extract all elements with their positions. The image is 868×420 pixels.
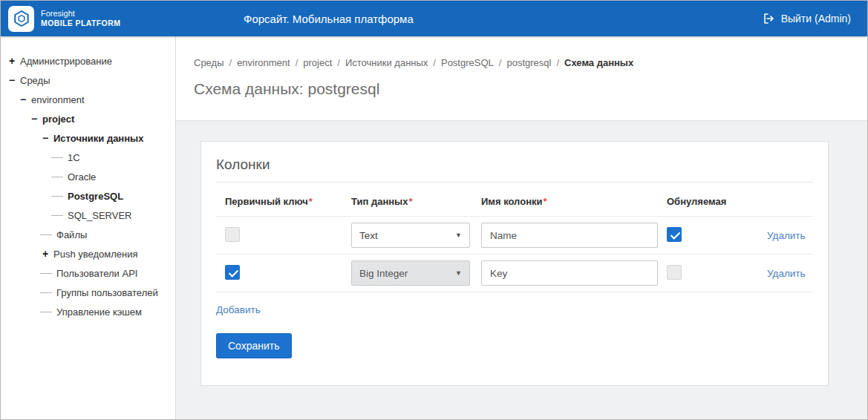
required-asterisk: * — [309, 196, 313, 207]
sidebar-item-label: Группы пользователей — [56, 287, 158, 298]
required-asterisk: * — [544, 196, 547, 207]
required-asterisk: * — [408, 196, 412, 207]
sidebar-item-oracle[interactable]: Oracle — [1, 167, 175, 186]
foresight-logo-icon — [8, 6, 34, 32]
sidebar-item-label: Oracle — [68, 171, 96, 183]
nullable-checkbox[interactable] — [667, 227, 682, 242]
logout-label: Выйти (Admin) — [781, 13, 851, 24]
tree-connector-line — [51, 215, 63, 216]
primary-key-checkbox[interactable] — [225, 265, 240, 280]
sidebar-item-postgresql[interactable]: PostgreSQL — [1, 186, 175, 206]
tree-connector-line — [51, 157, 63, 158]
columns-card: Колонки Первичный ключ*Тип данных*Имя ко… — [200, 141, 829, 386]
breadcrumb-separator: / — [433, 57, 436, 68]
sidebar-item-label: Среды — [20, 75, 50, 86]
column-name-cell — [481, 223, 667, 248]
brand-name: Foresight — [41, 9, 120, 19]
sidebar-item-label: SQL_SERVER — [68, 210, 131, 221]
sidebar-item-label: Push уведомления — [53, 249, 138, 260]
chevron-down-icon: ▼ — [455, 232, 462, 239]
table-row: Big Integer ▼ Удалить — [216, 255, 813, 292]
collapse-icon[interactable]: − — [29, 113, 39, 125]
column-header: Тип данных* — [351, 196, 481, 207]
table-row: Text ▼ Удалить — [216, 217, 813, 255]
sidebar-item-label: Пользователи API — [56, 268, 137, 279]
sidebar-item-files[interactable]: Файлы — [1, 225, 175, 244]
tree-connector-line — [51, 196, 63, 197]
sidebar-item-label: Администрирование — [20, 56, 112, 67]
delete-row-link[interactable]: Удалить — [767, 230, 806, 241]
data-type-value: Text — [359, 230, 378, 241]
breadcrumb-item[interactable]: Среды — [194, 57, 224, 68]
breadcrumb: Среды/environment/project/Источники данн… — [194, 57, 849, 68]
breadcrumb-item[interactable]: postgresql — [506, 57, 551, 68]
nullable-cell — [667, 265, 767, 282]
sidebar-item-1c[interactable]: 1C — [1, 148, 175, 167]
delete-row-link[interactable]: Удалить — [767, 268, 806, 279]
sidebar-item-label: Файлы — [56, 229, 87, 240]
sidebar-item-api-users[interactable]: Пользователи API — [1, 263, 175, 283]
data-type-cell: Text ▼ — [351, 223, 481, 248]
breadcrumb-item[interactable]: Источники данных — [345, 57, 428, 68]
sidebar-item-push-notifications[interactable]: +Push уведомления — [1, 244, 175, 263]
sidebar-tree: +Администрирование−Среды−environment−pro… — [1, 51, 175, 321]
breadcrumb-item: Схема данных — [564, 57, 633, 68]
column-name-input[interactable] — [481, 223, 658, 248]
breadcrumb-separator: / — [556, 57, 559, 68]
data-type-cell: Big Integer ▼ — [351, 260, 481, 286]
collapse-icon[interactable]: − — [40, 132, 50, 144]
top-header: Foresight MOBILE PLATFORM Форсайт. Мобил… — [1, 1, 867, 36]
page-title: Схема данных: postgresql — [194, 80, 849, 98]
breadcrumb-separator: / — [337, 57, 340, 68]
brand: Foresight MOBILE PLATFORM — [8, 1, 120, 36]
tree-connector-line — [40, 234, 52, 235]
sidebar-item-label: environment — [31, 94, 85, 105]
primary-key-checkbox[interactable] — [225, 227, 240, 242]
table-body: Text ▼ Удалить Big Integer ▼ — [216, 217, 813, 292]
logout-icon — [763, 13, 774, 24]
sidebar-item-label: 1C — [68, 152, 80, 163]
column-name-cell — [481, 260, 667, 286]
logout-button[interactable]: Выйти (Admin) — [763, 13, 851, 24]
sidebar-item-project[interactable]: −project — [1, 109, 175, 128]
save-button[interactable]: Сохранить — [216, 333, 292, 358]
column-header: Первичный ключ* — [225, 196, 351, 207]
column-header: Обнуляемая — [667, 196, 767, 207]
breadcrumb-separator: / — [229, 57, 232, 68]
sidebar-item-environments[interactable]: −Среды — [1, 70, 175, 90]
page-header: Среды/environment/project/Источники данн… — [176, 36, 867, 121]
sidebar-item-label: PostgreSQL — [68, 191, 123, 202]
sidebar-item-administration[interactable]: +Администрирование — [1, 51, 175, 70]
collapse-icon[interactable]: − — [18, 93, 28, 105]
sidebar-item-environment[interactable]: −environment — [1, 90, 175, 109]
nullable-checkbox[interactable] — [667, 265, 682, 280]
breadcrumb-item[interactable]: PostgreSQL — [441, 57, 494, 68]
expand-icon[interactable]: + — [7, 55, 17, 67]
tree-connector-line — [51, 177, 63, 177]
tree-connector-line — [40, 292, 52, 293]
brand-text: Foresight MOBILE PLATFORM — [41, 9, 120, 28]
app-title: Форсайт. Мобильная платформа — [244, 13, 414, 25]
expand-icon[interactable]: + — [40, 248, 50, 260]
app-window: Foresight MOBILE PLATFORM Форсайт. Мобил… — [0, 0, 868, 420]
primary-key-cell — [225, 265, 351, 282]
add-row-link[interactable]: Добавить — [216, 304, 261, 315]
collapse-icon[interactable]: − — [7, 74, 17, 86]
breadcrumb-item[interactable]: environment — [237, 57, 290, 68]
data-type-select[interactable]: Text ▼ — [351, 223, 470, 248]
column-name-input[interactable] — [481, 260, 658, 286]
chevron-down-icon: ▼ — [455, 269, 462, 277]
breadcrumb-separator: / — [499, 57, 502, 68]
sidebar-item-label: project — [42, 114, 74, 125]
brand-subtitle: MOBILE PLATFORM — [41, 19, 120, 28]
delete-cell: Удалить — [767, 268, 817, 279]
sidebar-item-sql-server[interactable]: SQL_SERVER — [1, 206, 175, 225]
sidebar-item-label: Источники данных — [53, 133, 143, 144]
nullable-cell — [667, 227, 767, 244]
sidebar: +Администрирование−Среды−environment−pro… — [1, 36, 176, 419]
sidebar-item-data-sources[interactable]: −Источники данных — [1, 128, 175, 148]
data-type-select[interactable]: Big Integer ▼ — [351, 260, 470, 286]
breadcrumb-item[interactable]: project — [303, 57, 332, 68]
sidebar-item-cache-management[interactable]: Управление кэшем — [1, 302, 175, 321]
sidebar-item-user-groups[interactable]: Группы пользователей — [1, 283, 175, 302]
